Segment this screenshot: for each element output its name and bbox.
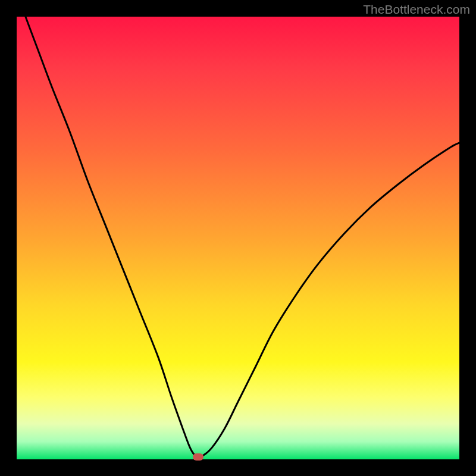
- minimum-marker: [193, 453, 203, 461]
- bottleneck-curve: [26, 17, 459, 457]
- plot-area: [17, 17, 459, 459]
- watermark-text: TheBottleneck.com: [363, 2, 470, 17]
- curve-svg: [17, 17, 459, 459]
- chart-frame: TheBottleneck.com: [0, 0, 476, 476]
